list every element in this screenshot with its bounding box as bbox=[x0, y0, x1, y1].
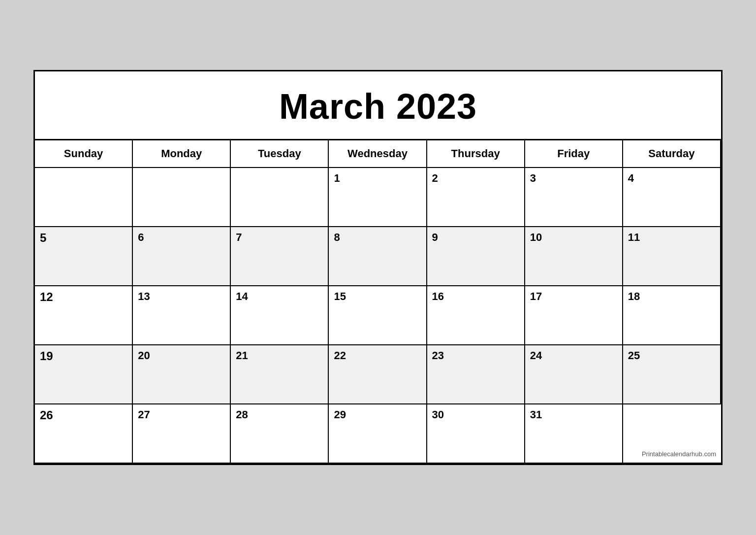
day-number: 1 bbox=[334, 172, 340, 184]
day-cell: 31 bbox=[525, 404, 623, 464]
day-number: 10 bbox=[530, 231, 542, 243]
day-number: 14 bbox=[236, 290, 248, 302]
day-header-thursday: Thursday bbox=[427, 140, 525, 168]
watermark: Printablecalendarhub.com bbox=[642, 450, 716, 458]
day-cell: 20 bbox=[133, 345, 231, 404]
day-header-wednesday: Wednesday bbox=[329, 140, 427, 168]
day-cell: 10 bbox=[525, 227, 623, 286]
day-number: 22 bbox=[334, 349, 346, 362]
day-number: 8 bbox=[334, 231, 340, 243]
day-cell: 12 bbox=[35, 286, 133, 345]
day-cell: 23 bbox=[427, 345, 525, 404]
day-number: 31 bbox=[530, 408, 542, 421]
day-cell: 2 bbox=[427, 168, 525, 227]
day-cell: Printablecalendarhub.com bbox=[623, 404, 721, 464]
day-number: 12 bbox=[40, 290, 53, 303]
day-number: 6 bbox=[138, 231, 144, 243]
day-cell: 18 bbox=[623, 286, 721, 345]
day-cell: 11 bbox=[623, 227, 721, 286]
day-cell: 29 bbox=[329, 404, 427, 464]
day-cell bbox=[35, 168, 133, 227]
day-cell: 16 bbox=[427, 286, 525, 345]
calendar: March 2023 SundayMondayTuesdayWednesdayT… bbox=[33, 70, 723, 465]
calendar-title: March 2023 bbox=[35, 71, 721, 140]
day-number: 17 bbox=[530, 290, 542, 302]
day-number: 18 bbox=[628, 290, 640, 302]
day-cell: 4 bbox=[623, 168, 721, 227]
calendar-grid: SundayMondayTuesdayWednesdayThursdayFrid… bbox=[35, 140, 721, 464]
day-cell: 27 bbox=[133, 404, 231, 464]
day-number: 11 bbox=[628, 231, 640, 243]
day-number: 5 bbox=[40, 231, 46, 244]
day-cell: 30 bbox=[427, 404, 525, 464]
day-number: 23 bbox=[432, 349, 444, 362]
day-number: 16 bbox=[432, 290, 444, 302]
day-number: 3 bbox=[530, 172, 536, 184]
day-number: 15 bbox=[334, 290, 346, 302]
day-number: 4 bbox=[628, 172, 634, 184]
day-header-tuesday: Tuesday bbox=[231, 140, 329, 168]
day-cell: 14 bbox=[231, 286, 329, 345]
day-cell: 6 bbox=[133, 227, 231, 286]
day-cell: 13 bbox=[133, 286, 231, 345]
day-number: 24 bbox=[530, 349, 542, 362]
day-cell: 8 bbox=[329, 227, 427, 286]
day-number: 21 bbox=[236, 349, 248, 362]
day-cell: 7 bbox=[231, 227, 329, 286]
day-header-saturday: Saturday bbox=[623, 140, 721, 168]
day-number: 25 bbox=[628, 349, 640, 362]
day-number: 27 bbox=[138, 408, 150, 421]
day-cell: 9 bbox=[427, 227, 525, 286]
day-number: 13 bbox=[138, 290, 150, 302]
day-cell: 19 bbox=[35, 345, 133, 404]
day-cell: 15 bbox=[329, 286, 427, 345]
day-cell: 28 bbox=[231, 404, 329, 464]
day-number: 9 bbox=[432, 231, 438, 243]
day-header-monday: Monday bbox=[133, 140, 231, 168]
day-cell: 3 bbox=[525, 168, 623, 227]
day-cell: 21 bbox=[231, 345, 329, 404]
day-number: 26 bbox=[40, 408, 53, 422]
day-header-sunday: Sunday bbox=[35, 140, 133, 168]
day-cell bbox=[231, 168, 329, 227]
day-cell: 22 bbox=[329, 345, 427, 404]
day-cell bbox=[133, 168, 231, 227]
day-number: 2 bbox=[432, 172, 438, 184]
day-cell: 17 bbox=[525, 286, 623, 345]
day-header-friday: Friday bbox=[525, 140, 623, 168]
day-number: 20 bbox=[138, 349, 150, 362]
day-cell: 25 bbox=[623, 345, 721, 404]
day-number: 7 bbox=[236, 231, 242, 243]
day-number: 19 bbox=[40, 349, 53, 363]
day-number: 30 bbox=[432, 408, 444, 421]
day-cell: 5 bbox=[35, 227, 133, 286]
day-cell: 1 bbox=[329, 168, 427, 227]
day-cell: 26 bbox=[35, 404, 133, 464]
day-number: 28 bbox=[236, 408, 248, 421]
day-cell: 24 bbox=[525, 345, 623, 404]
day-number: 29 bbox=[334, 408, 346, 421]
